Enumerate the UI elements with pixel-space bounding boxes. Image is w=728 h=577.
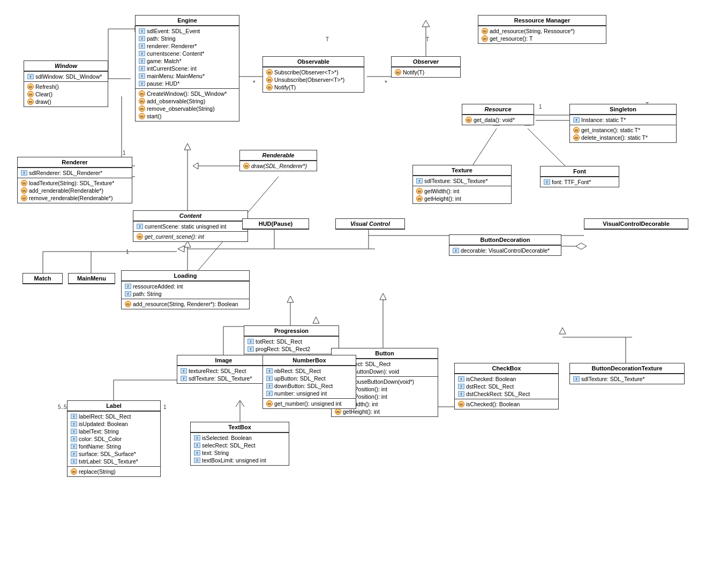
label-star-subscribe: * <box>253 79 256 87</box>
engine-title: Engine <box>136 16 239 26</box>
renderer-method-1: mloadTexture(String): SDL_Texture* <box>20 179 130 187</box>
engine-field-8: fpause: HUD* <box>138 80 237 87</box>
renderer-method-3: mremove_renderable(Renderable*) <box>20 194 130 202</box>
engine-fields: fsdlEvent: SDL_Event fpath: String frend… <box>136 26 239 88</box>
engine-field-2: fpath: String <box>138 35 237 42</box>
font-fields: ffont: TTF_Font* <box>541 177 619 187</box>
bdt-fields: fsdlTexture: SDL_Texture* <box>570 374 684 384</box>
image-fields: ftextureRect: SDL_Rect fsdlTexture: SDL_… <box>177 366 270 383</box>
observer-title: Observer <box>392 57 460 67</box>
texture-title: Texture <box>413 165 511 176</box>
window-fields: fsdlWindow: SDL_Window* <box>24 71 108 81</box>
renderer-method-2: madd_renderable(Renderable*) <box>20 187 130 194</box>
cb-field-1: fisChecked: Boolean <box>457 375 556 383</box>
textbox-fields: fisSelected: Boolean fselecRect: SDL_Rec… <box>191 432 289 465</box>
label-5-5: 5..5 <box>58 404 67 410</box>
checkbox-title: CheckBox <box>455 363 558 374</box>
window-method-2: mClear() <box>26 90 106 98</box>
visual-control-title: Visual Control <box>336 219 404 229</box>
texture-box: Texture fsdlTexture: SDL_Texture* mgetWi… <box>412 165 512 204</box>
font-field-1: ffont: TTF_Font* <box>543 178 617 186</box>
svg-marker-43 <box>576 243 587 249</box>
vcd-title: VisualControlDecorable <box>584 219 688 229</box>
resource-methods: mget_data(): void* <box>462 115 534 125</box>
content-field-1: fcurrentScene: static unisgned int <box>136 223 245 230</box>
progression-title: Progression <box>244 326 339 336</box>
label-1-content: 1 <box>126 249 129 255</box>
button-method-5: mgetHeight(): int <box>334 408 436 415</box>
nb-field-3: fdownButton: SDL_Rect <box>265 382 354 390</box>
rm-title: Ressource Manager <box>478 16 606 26</box>
label-field-6: fsurface: SDL_Surface* <box>70 450 158 458</box>
window-methods: mRefresh() mClear() mdraw() <box>24 81 108 107</box>
tb-field-3: ftext: String <box>193 449 287 457</box>
font-box: Font ffont: TTF_Font* <box>540 166 619 187</box>
image-field-1: ftextureRect: SDL_Rect <box>179 367 268 375</box>
renderer-field-1: fsdlRenderer: SDL_Renderer* <box>20 169 130 177</box>
singleton-methods: mget_instance(): static T* mdelete_insta… <box>570 125 676 142</box>
bdt-field-1: fsdlTexture: SDL_Texture* <box>572 375 682 383</box>
bd-field-1: fdecorable: VisualControlDecorable* <box>452 247 559 254</box>
renderable-method-1: mdraw(SDL_Renderer*) <box>242 162 314 170</box>
checkbox-fields: fisChecked: Boolean fdstRect: SDL_Rect f… <box>455 374 558 399</box>
singleton-fields: fInstance: static T* <box>570 115 676 125</box>
engine-field-6: fintCurrentScene: int <box>138 65 237 72</box>
tb-field-1: fisSelected: Boolean <box>193 434 287 442</box>
match-title: Match <box>23 274 62 284</box>
diagram-container: T T T * * * 1 1 1 5..5 1 1 * 1 Engine fs… <box>0 0 728 577</box>
resource-box: Resource mget_data(): void* <box>462 104 534 125</box>
hud-box: HUD(Pause) <box>242 218 309 230</box>
nb-field-4: fnumber: unsigned int <box>265 390 354 397</box>
button-decoration-fields: fdecorable: VisualControlDecorable* <box>449 245 561 255</box>
label-1-renderer: 1 <box>123 150 126 156</box>
match-box: Match <box>22 273 63 284</box>
numberbox-methods: mget_number(): unsigned int <box>263 398 356 408</box>
cb-field-3: fdstCheckRect: SDL_Rect <box>457 390 556 398</box>
svg-marker-25 <box>287 296 294 302</box>
mainmenu-title: MainMenu <box>69 274 115 284</box>
loading-field-2: fpath: String <box>124 290 247 298</box>
progression-fields: ftotRect: SDL_Rect fprogRect: SDL_Rect2 <box>244 336 339 354</box>
svg-marker-30 <box>313 317 319 323</box>
rm-methods: madd_resource(String, Ressource*) mget_r… <box>478 26 606 43</box>
svg-marker-11 <box>422 20 430 27</box>
singleton-title: Singleton <box>570 104 676 115</box>
cb-field-2: fdstRect: SDL_Rect <box>457 383 556 390</box>
loading-methods: madd_resource(String, Renderer*): Boolea… <box>122 299 249 309</box>
singleton-box: Singleton fInstance: static T* mget_inst… <box>569 104 677 143</box>
loading-fields: fressourceAdded: int fpath: String <box>122 281 249 299</box>
tb-field-2: fselecRect: SDL_Rect <box>193 442 287 449</box>
obs-method-3: mNotify(T) <box>265 83 362 91</box>
label-field-1: flabelRect: SDL_Rect <box>70 413 158 420</box>
numberbox-title: NumberBox <box>263 355 356 366</box>
window-title: Window <box>24 61 108 71</box>
engine-field-5: fgame: Match* <box>138 57 237 65</box>
checkbox-methods: misChecked(): Boolean <box>455 399 558 409</box>
content-fields: fcurrentScene: static unisgned int <box>133 221 247 231</box>
button-decoration-texture-box: ButtonDecorationTexture fsdlTexture: SDL… <box>569 363 685 384</box>
label-t-observer: T <box>426 36 429 42</box>
engine-method-3: mremove_observable(String) <box>138 105 237 112</box>
hud-title: HUD(Pause) <box>243 219 309 229</box>
engine-field-4: fcurrentscene: Content* <box>138 50 237 57</box>
window-method-1: mRefresh() <box>26 83 106 90</box>
engine-methods: mCreateWindow(): SDL_Window* madd_observ… <box>136 88 239 121</box>
engine-field-3: frenderer: Renderer* <box>138 42 237 50</box>
nb-field-2: fupButton: SDL_Rect <box>265 375 354 382</box>
singleton-field-1: fInstance: static T* <box>572 116 674 124</box>
loading-method-1: madd_resource(String, Renderer*): Boolea… <box>124 300 247 308</box>
label-star-observer: * <box>385 79 387 87</box>
label-method-1: mreplace(String) <box>70 468 158 475</box>
svg-marker-41 <box>559 328 566 334</box>
bdt-title: ButtonDecorationTexture <box>570 363 684 374</box>
resource-method-1: mget_data(): void* <box>464 116 531 124</box>
obs-method-1: mSubscribe(Observer<T>*) <box>265 69 362 76</box>
texture-methods: mgetWidth(): int mgetHeight(): int <box>413 186 511 203</box>
label-field-3: flabelText: String <box>70 428 158 435</box>
content-method-1: mget_current_scene(): int <box>136 233 245 240</box>
observable-methods: mSubscribe(Observer<T>*) mUnsubscribe(Ob… <box>263 67 364 92</box>
window-box: Window fsdlWindow: SDL_Window* mRefresh(… <box>24 60 108 107</box>
progression-field-2: fprogRect: SDL_Rect2 <box>246 345 336 353</box>
label-field-5: ffontName: String <box>70 443 158 450</box>
label-fields: flabelRect: SDL_Rect fisUpdated: Boolean… <box>67 411 160 466</box>
